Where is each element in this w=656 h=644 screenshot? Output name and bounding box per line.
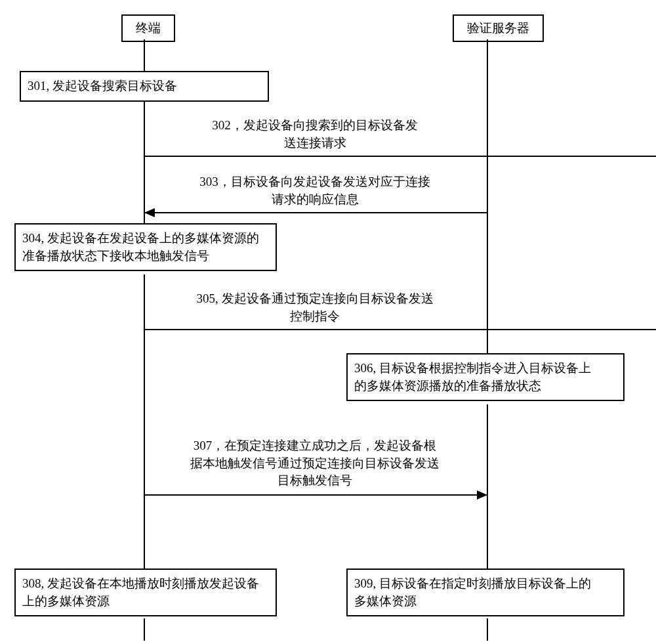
arrow-307: [145, 494, 487, 496]
lifeline-right-seg1: [487, 39, 488, 353]
step-306-text: 306, 目标设备根据控制指令进入目标设备上的多媒体资源播放的准备播放状态: [354, 361, 591, 393]
msg-305: 305, 发起设备通过预定连接向目标设备发送控制指令: [171, 290, 459, 325]
arrow-302: [145, 156, 656, 157]
step-309-text: 309, 目标设备在指定时刻播放目标设备上的多媒体资源: [354, 576, 591, 608]
lifeline-left-seg3: [144, 274, 145, 569]
arrow-305: [145, 329, 656, 330]
step-301-box: 301, 发起设备搜索目标设备: [20, 71, 269, 102]
lane-header-server: 验证服务器: [453, 14, 544, 42]
lifeline-right-seg2: [487, 404, 488, 569]
msg-302: 302，发起设备向搜索到的目标设备发送连接请求: [171, 117, 459, 152]
step-304-box: 304, 发起设备在发起设备上的多媒体资源的准备播放状态下接收本地触发信号: [14, 223, 277, 271]
step-304-text: 304, 发起设备在发起设备上的多媒体资源的准备播放状态下接收本地触发信号: [22, 231, 259, 263]
step-309-box: 309, 目标设备在指定时刻播放目标设备上的多媒体资源: [346, 569, 625, 616]
step-308-box: 308, 发起设备在本地播放时刻播放发起设备上的多媒体资源: [14, 569, 277, 616]
lifeline-left-seg4: [144, 618, 145, 641]
lane-header-terminal: 终端: [121, 14, 175, 42]
step-301-text: 301, 发起设备搜索目标设备: [28, 79, 177, 93]
msg-307: 307，在预定连接建立成功之后，发起设备根据本地触发信号通过预定连接向目标设备发…: [169, 437, 461, 490]
step-308-text: 308, 发起设备在本地播放时刻播放发起设备上的多媒体资源: [22, 576, 259, 608]
lifeline-right-seg3: [487, 618, 488, 641]
step-306-box: 306, 目标设备根据控制指令进入目标设备上的多媒体资源播放的准备播放状态: [346, 353, 625, 401]
arrow-303: [145, 212, 487, 213]
lifeline-left-seg2: [144, 101, 145, 223]
msg-303: 303，目标设备向发起设备发送对应于连接请求的响应信息: [171, 173, 459, 208]
lifeline-left-seg1: [144, 39, 145, 71]
